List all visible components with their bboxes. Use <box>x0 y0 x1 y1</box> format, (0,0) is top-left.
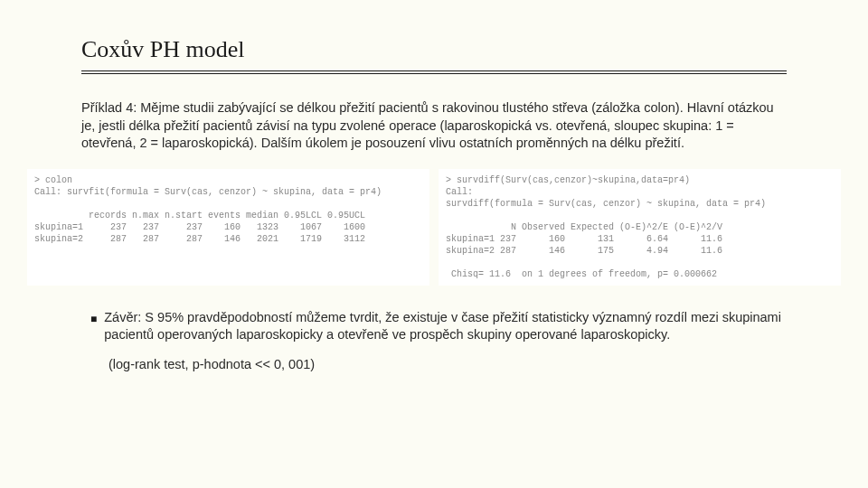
r-output-survdiff: > survdiff(Surv(cas,cenzor)~skupina,data… <box>439 169 841 286</box>
slide: Coxův PH model Příklad 4: Mějme studii z… <box>0 0 868 389</box>
logrank-note: (log-rank test, p-hodnota << 0, 001) <box>108 357 787 371</box>
r-output-survfit: > colon Call: survfit(formula = Surv(cas… <box>27 169 429 286</box>
page-title: Coxův PH model <box>81 36 787 74</box>
square-bullet-icon: ■ <box>90 312 97 344</box>
code-panels: > colon Call: survfit(formula = Surv(cas… <box>27 169 841 286</box>
conclusion-text: Závěr: S 95% pravděpodobností můžeme tvr… <box>104 309 787 344</box>
intro-paragraph: Příklad 4: Mějme studii zabývající se dé… <box>81 99 787 153</box>
conclusion-block: ■ Závěr: S 95% pravděpodobností můžeme t… <box>90 309 787 344</box>
